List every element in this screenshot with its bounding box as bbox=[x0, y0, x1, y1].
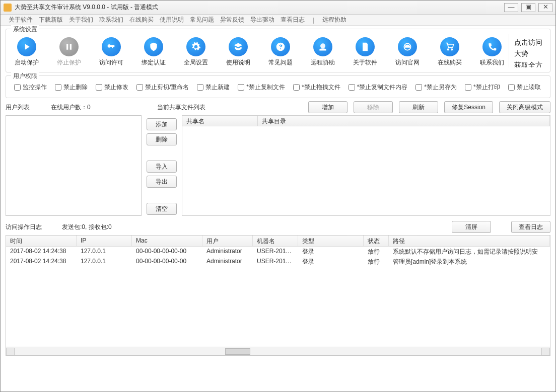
checkbox[interactable] bbox=[197, 84, 203, 91]
cell-ip: 127.0.0.1 bbox=[77, 247, 132, 257]
log-col-mac[interactable]: Mac bbox=[132, 236, 202, 246]
menu-item[interactable]: 查看日志 bbox=[277, 16, 308, 23]
log-col-ip[interactable]: IP bbox=[77, 236, 132, 246]
checkbox[interactable] bbox=[508, 84, 515, 91]
toolbar-remote-assist-button[interactable]: 远程协助 bbox=[309, 37, 336, 67]
log-row[interactable]: 2017-08-02 14:24:38127.0.0.100-00-00-00-… bbox=[6, 257, 550, 267]
toolbar-item-label: 访问官网 bbox=[395, 58, 420, 67]
menu-item[interactable]: 使用说明 bbox=[157, 16, 187, 23]
cell-status: 放行 bbox=[364, 257, 389, 267]
menu-item[interactable]: 在线购买 bbox=[126, 16, 157, 23]
checkbox[interactable] bbox=[136, 84, 143, 91]
log-col-time[interactable]: 时间 bbox=[6, 236, 77, 246]
toolbar-faq-button[interactable]: 常见问题 bbox=[267, 37, 294, 67]
toolbar-usage-button[interactable]: 使用说明 bbox=[225, 37, 252, 67]
online-count-label: 在线用户数：0 bbox=[51, 103, 91, 112]
perm-check-item[interactable]: *禁止复制文件内容 bbox=[349, 83, 408, 92]
userlist-import-button[interactable]: 导入 bbox=[147, 161, 177, 173]
menu-remote-assist[interactable]: 远程协助 bbox=[319, 16, 350, 24]
toolbar-buy-online-button[interactable]: 在线购买 bbox=[436, 37, 463, 67]
perm-check-item[interactable]: *禁止复制文件 bbox=[238, 83, 285, 92]
toolbar-item-label: 启动保护 bbox=[15, 58, 39, 67]
doc-icon bbox=[356, 37, 375, 56]
cell-host: USER-2017... bbox=[253, 247, 298, 257]
menu-item[interactable]: 异常反馈 bbox=[217, 16, 247, 23]
check-label: *禁止复制文件 bbox=[246, 83, 285, 92]
perm-check-item[interactable]: 禁止修改 bbox=[96, 83, 128, 92]
share-remove-button[interactable]: 移除 bbox=[354, 101, 393, 113]
perm-check-item[interactable]: *禁止打印 bbox=[465, 83, 500, 92]
userlist-add-button[interactable]: 添加 bbox=[147, 118, 177, 130]
perm-check-item[interactable]: 禁止新建 bbox=[197, 83, 230, 92]
userlist-delete-button[interactable]: 删除 bbox=[147, 133, 177, 145]
grad-icon bbox=[229, 37, 248, 56]
share-col-dir[interactable]: 共享目录 bbox=[258, 116, 550, 126]
toolbar-bind-auth-button[interactable]: 绑定认证 bbox=[140, 37, 167, 67]
menu-item[interactable]: 常见问题 bbox=[187, 16, 217, 23]
checkbox[interactable] bbox=[14, 84, 21, 91]
toolbar-start-protect-button[interactable]: 启动保护 bbox=[13, 37, 40, 67]
scroll-right-arrow[interactable] bbox=[541, 348, 550, 355]
menu-item[interactable]: 导出驱动 bbox=[247, 16, 277, 23]
window-controls: — ▣ ✕ bbox=[504, 3, 552, 12]
promo-line2: 获取全方位 bbox=[514, 60, 545, 67]
toolbar-access-permit-button[interactable]: 访问许可 bbox=[98, 37, 125, 67]
toolbar-visit-site-button[interactable]: 访问官网 bbox=[394, 37, 421, 67]
perm-check-item[interactable]: 禁止删除 bbox=[55, 83, 88, 92]
check-label: *禁止拖拽文件 bbox=[302, 83, 340, 92]
toolbar-contact-button[interactable]: 联系我们 bbox=[478, 37, 506, 67]
checkbox[interactable] bbox=[293, 84, 300, 91]
cell-time: 2017-08-02 14:24:38 bbox=[6, 257, 77, 267]
share-add-button[interactable]: 增加 bbox=[308, 101, 348, 113]
perm-check-item[interactable]: 禁止剪切/重命名 bbox=[136, 83, 189, 92]
perm-check-item[interactable]: 监控操作 bbox=[14, 83, 47, 92]
scroll-track[interactable] bbox=[15, 348, 541, 355]
checkbox[interactable] bbox=[415, 84, 422, 91]
log-view-button[interactable]: 查看日志 bbox=[511, 221, 550, 233]
toolbar-item-label: 远程协助 bbox=[311, 58, 335, 67]
share-table-body[interactable] bbox=[182, 126, 550, 216]
perm-check-item[interactable]: *禁止另存为 bbox=[415, 83, 457, 92]
userlist-label: 用户列表 bbox=[6, 103, 30, 112]
perm-check-item[interactable]: *禁止拖拽文件 bbox=[293, 83, 340, 92]
key-icon bbox=[102, 37, 121, 56]
menu-item[interactable]: 联系我们 bbox=[96, 16, 126, 23]
maximize-button[interactable]: ▣ bbox=[521, 3, 535, 12]
horizontal-scrollbar[interactable] bbox=[6, 347, 550, 355]
toolbar-global-settings-button[interactable]: 全局设置 bbox=[182, 37, 210, 67]
checkbox[interactable] bbox=[349, 84, 355, 91]
checkbox[interactable] bbox=[465, 84, 471, 91]
checkbox[interactable] bbox=[238, 84, 244, 91]
repair-session-button[interactable]: 修复Session bbox=[444, 101, 493, 113]
minimize-button[interactable]: — bbox=[504, 3, 518, 12]
perm-check-item[interactable]: 禁止读取 bbox=[508, 83, 541, 92]
menu-item[interactable]: 下载新版 bbox=[36, 16, 66, 23]
close-advanced-button[interactable]: 关闭高级模式 bbox=[499, 101, 550, 113]
log-col-status[interactable]: 状态 bbox=[364, 236, 389, 246]
userlist-box[interactable] bbox=[6, 115, 142, 216]
toolbar-about-button[interactable]: 关于软件 bbox=[352, 37, 379, 67]
close-button[interactable]: ✕ bbox=[538, 3, 552, 12]
scroll-left-arrow[interactable] bbox=[6, 348, 15, 355]
userlist-export-button[interactable]: 导出 bbox=[147, 176, 177, 188]
check-label: 禁止删除 bbox=[63, 83, 88, 92]
log-col-path[interactable]: 路径 bbox=[389, 236, 550, 246]
promo-banner[interactable]: 点击访问大势 获取全方位 bbox=[509, 34, 546, 67]
toolbar-stop-protect-button[interactable]: 停止保护 bbox=[55, 37, 83, 67]
log-table-body[interactable]: 2017-08-02 14:24:38127.0.0.100-00-00-00-… bbox=[6, 247, 550, 347]
log-col-type[interactable]: 类型 bbox=[298, 236, 364, 246]
checkbox[interactable] bbox=[96, 84, 102, 91]
log-row[interactable]: 2017-08-02 14:24:38127.0.0.100-00-00-00-… bbox=[6, 247, 550, 257]
menu-item[interactable]: 关于我们 bbox=[66, 16, 96, 23]
ie-icon bbox=[398, 37, 417, 56]
scroll-thumb[interactable] bbox=[225, 348, 250, 355]
userlist-clear-button[interactable]: 清空 bbox=[147, 203, 177, 215]
checkbox[interactable] bbox=[55, 84, 61, 91]
share-col-name[interactable]: 共享名 bbox=[182, 116, 258, 126]
menu-item[interactable]: 关于软件 bbox=[6, 16, 36, 23]
check-label: 禁止读取 bbox=[517, 83, 541, 92]
share-refresh-button[interactable]: 刷新 bbox=[399, 101, 438, 113]
log-col-user[interactable]: 用户 bbox=[202, 236, 253, 246]
log-col-host[interactable]: 机器名 bbox=[253, 236, 298, 246]
log-clear-button[interactable]: 清屏 bbox=[452, 221, 491, 233]
